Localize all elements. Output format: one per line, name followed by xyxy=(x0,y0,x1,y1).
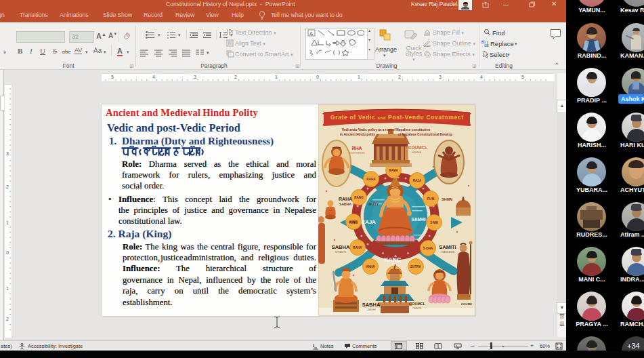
svg-text:COUMH: COUMH xyxy=(461,302,472,306)
svg-text:SAMITI: SAMITI xyxy=(439,244,456,250)
svg-text:SABHA: SABHA xyxy=(332,244,350,250)
svg-text:SABHA: SABHA xyxy=(362,302,381,308)
svg-text:CMKHH: CMKHH xyxy=(366,309,376,311)
svg-text:ANHA: ANHA xyxy=(366,265,375,268)
svg-text:COUMCL: COUMCL xyxy=(409,302,426,306)
svg-text:COUMCL: COUMCL xyxy=(408,145,428,150)
svg-text:S DHA: S DHA xyxy=(423,247,433,250)
svg-text:HISHHA: HISHHA xyxy=(412,151,421,154)
svg-text:OMMTE: OMMTE xyxy=(412,307,422,310)
svg-text:A: A xyxy=(309,31,314,37)
svg-text:TSAMKASIE: TSAMKASIE xyxy=(441,251,455,254)
svg-text:DUTY: DUTY xyxy=(369,202,379,206)
svg-text:SAMHI: SAMHI xyxy=(412,217,426,222)
svg-text:RAHA: RAHA xyxy=(339,197,352,201)
svg-text:RAHA: RAHA xyxy=(366,178,376,181)
svg-text:Vedi andu-Vedic policy as a ro: Vedi andu-Vedic policy as a root of Nepa… xyxy=(342,128,430,132)
svg-text:S-MH: S-MH xyxy=(430,221,438,224)
svg-text:of Nepalese Constitutional Dev: of Nepalese Constitutional Develop xyxy=(398,133,453,136)
svg-text:SABHA: SABHA xyxy=(339,202,351,206)
svg-text:in Ancient Hindu polity: in Ancient Hindu polity xyxy=(340,133,375,136)
svg-text:RIGHTERKES: RIGHTERKES xyxy=(349,152,365,155)
svg-text:KANG: KANG xyxy=(384,256,401,263)
svg-text:RANG: RANG xyxy=(354,196,364,199)
svg-text:RUM: RUM xyxy=(427,197,435,201)
svg-text:RAJA: RAJA xyxy=(413,179,422,182)
svg-text:SUTRA: SUTRA xyxy=(410,265,422,268)
svg-text:RAMA: RAMA xyxy=(389,169,398,172)
svg-text:RAJA: RAJA xyxy=(361,219,376,225)
svg-text:SHMN: SHMN xyxy=(442,197,452,201)
svg-text:RHA: RHA xyxy=(351,146,362,151)
svg-text:KING: KING xyxy=(349,220,358,224)
svg-text:RAHA: RAHA xyxy=(353,246,362,250)
svg-text:KTHASTE: KTHASTE xyxy=(335,251,347,254)
svg-text:Grate of Vedic and Post-Vendu: Grate of Vedic and Post-Vendu Covatnmect xyxy=(330,114,463,121)
